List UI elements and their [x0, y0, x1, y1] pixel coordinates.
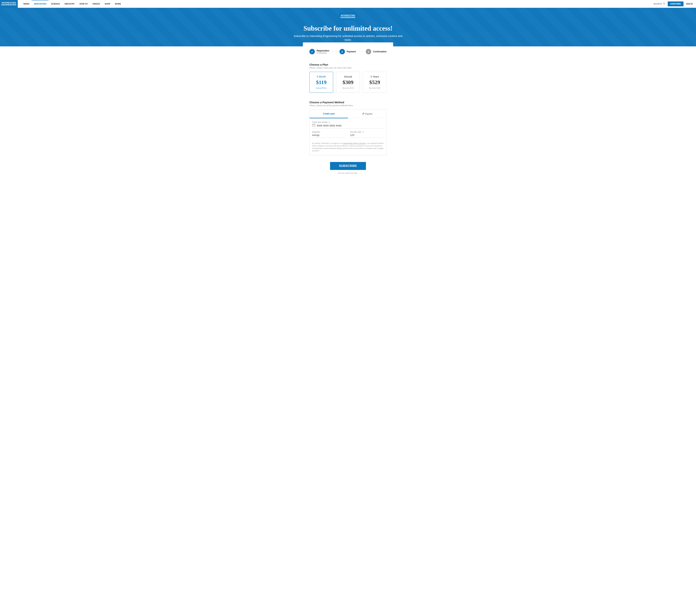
section-title: Choose a Plan [310, 63, 386, 66]
cvc-value: 123 [350, 134, 354, 136]
plan-name: Annual [338, 75, 358, 78]
step-payment: 2 Payment [339, 49, 356, 54]
hero-subtitle: Subscribe to Interesting Engineering for… [294, 34, 402, 42]
plan-note: You save $155 [338, 87, 358, 89]
plan-note: Lowest Price [311, 87, 331, 89]
submit-area: SUBSCRIBE You can cancel any time. [303, 162, 393, 174]
check-icon [310, 49, 315, 54]
nav-howto[interactable]: HOW-TO [77, 0, 90, 8]
search-icon [663, 2, 665, 5]
credit-card-icon [312, 124, 315, 127]
plan-name: 3 Month [311, 75, 331, 78]
tab-paypal[interactable]: PayPal [348, 110, 386, 118]
step-sublabel: (Completed) [317, 52, 329, 54]
section-subtitle: Please, choose a plan (you can cancel an… [310, 66, 386, 69]
info-icon[interactable]: ? [362, 131, 364, 133]
plan-price: $119 [311, 79, 331, 85]
step-number-icon: 2 [339, 49, 345, 54]
nav-videos[interactable]: VIDEOS [90, 0, 102, 8]
expiration-input[interactable]: mm/yy [312, 134, 346, 138]
plan-list: 3 Month $119 Lowest Price Annual $309 Yo… [310, 72, 386, 93]
payment-box: Credit card PayPal Credit card number ? [310, 110, 386, 156]
subscription-card: Registration (Completed) 2 Payment 3 Con… [303, 43, 393, 174]
section-subtitle: Please, choose one of the payment method… [310, 104, 386, 107]
svg-point-0 [663, 3, 664, 4]
payment-method-section: Choose a Payment Method Please, choose o… [303, 101, 393, 156]
cvc-label: Security code ? [350, 131, 384, 133]
step-label: Confirmation [373, 50, 386, 53]
payment-fields: Credit card number ? 5555 5555 5555 4444… [310, 118, 386, 140]
svg-rect-2 [312, 124, 315, 126]
nav-industry[interactable]: INDUSTRY [62, 0, 77, 8]
nav-more[interactable]: MORE [113, 0, 123, 8]
plan-3month[interactable]: 3 Month $119 Lowest Price [310, 72, 333, 93]
header-subscribe-button[interactable]: SUBSCRIBE [668, 1, 683, 6]
terms-link[interactable]: Membership Terms of Service [343, 142, 366, 144]
nav-news[interactable]: NEWS [21, 0, 32, 8]
nav-science[interactable]: SCIENCE [49, 0, 62, 8]
step-number-icon: 3 [366, 49, 371, 54]
cvc-input[interactable]: 123 [350, 134, 384, 138]
card-number-input[interactable]: 5555 5555 5555 4444 [312, 124, 384, 128]
main-nav: NEWS INNOVATION SCIENCE INDUSTRY HOW-TO … [21, 0, 123, 8]
brand-logo[interactable]: INTERESTING ENGINEERING [0, 0, 18, 8]
plan-price: $529 [365, 79, 385, 85]
signin-link[interactable]: SIGN IN [686, 3, 693, 5]
svg-line-1 [664, 4, 665, 5]
stepper: Registration (Completed) 2 Payment 3 Con… [303, 49, 393, 54]
plan-name: 2 Years [365, 75, 385, 78]
info-icon[interactable]: ? [329, 121, 330, 123]
card-number-label: Credit card number ? [312, 121, 384, 123]
hero-title: Subscribe for unlimited access! [0, 25, 696, 32]
brand-line2: ENGINEERING [1, 4, 16, 6]
card-number-value: 5555 5555 5555 4444 [317, 124, 342, 127]
step-registration: Registration (Completed) [310, 49, 329, 54]
cancel-note: You can cancel any time. [303, 172, 393, 174]
expiration-value: mm/yy [312, 134, 319, 136]
header-right: SEARCH SUBSCRIBE SIGN IN [653, 1, 696, 6]
tab-credit-card[interactable]: Credit card [310, 110, 348, 118]
nav-innovation[interactable]: INNOVATION [32, 0, 49, 8]
plan-annual[interactable]: Annual $309 You save $155 [336, 72, 360, 93]
plan-note: You Save $425 [365, 87, 385, 89]
expiration-label: Expiration [312, 131, 346, 133]
search-placeholder: SEARCH [653, 3, 662, 5]
step-label: Registration [317, 49, 329, 52]
choose-plan-section: Choose a Plan Please, choose a plan (you… [303, 63, 393, 93]
step-confirmation: 3 Confirmation [366, 49, 386, 54]
hero: INTERESTING ENGINEERING Subscribe for un… [0, 8, 696, 46]
nav-shop[interactable]: SHOP [102, 0, 113, 8]
plan-price: $309 [338, 79, 358, 85]
subscribe-button[interactable]: SUBSCRIBE [330, 162, 366, 170]
section-title: Choose a Payment Method [310, 101, 386, 104]
search-input[interactable]: SEARCH [653, 2, 665, 5]
hero-brand-logo: INTERESTING ENGINEERING [339, 13, 357, 20]
disclaimer-text: By clicking "Subscribe" you agree to our… [310, 140, 386, 152]
site-header: INTERESTING ENGINEERING NEWS INNOVATION … [0, 0, 696, 8]
payment-tabs: Credit card PayPal [310, 110, 386, 118]
paypal-icon: PayPal [362, 113, 372, 115]
plan-2years[interactable]: 2 Years $529 You Save $425 [363, 72, 386, 93]
step-label: Payment [347, 50, 356, 53]
